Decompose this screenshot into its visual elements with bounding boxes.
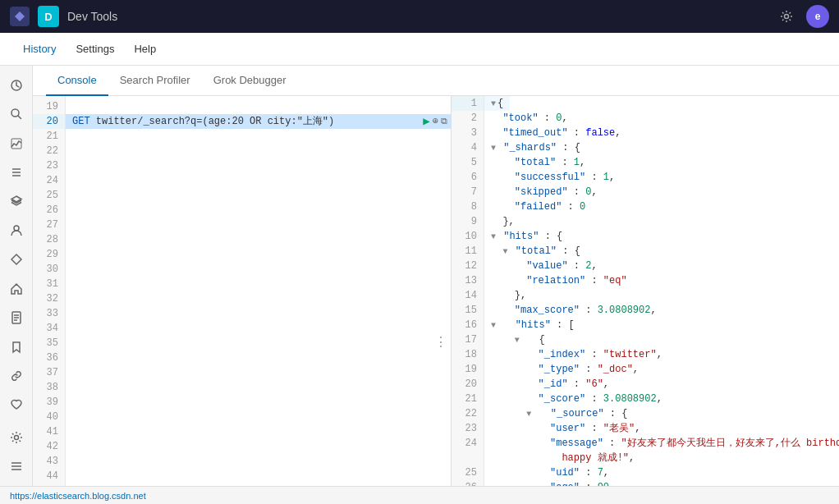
editor-line [66,158,451,173]
output-line: 12 "value" : 2, [452,259,839,273]
editor-line [66,218,451,232]
output-line: 25 "uid" : 7, [452,465,839,480]
sidebar-icon-person[interactable] [3,218,30,243]
editor-line [66,439,451,454]
status-bar: https://elasticsearch.blog.csdn.net [0,486,839,504]
sidebar-icon-search[interactable] [3,101,30,126]
sidebar-icon-more[interactable] [3,453,30,479]
editor-line [66,395,451,410]
sidebar-icon-chart[interactable] [3,131,30,156]
editor-line [66,291,451,306]
editor-line [66,188,451,203]
sidebar-icon-home[interactable] [3,276,30,301]
editor-line [66,454,451,469]
output-line: 8 "failed" : 0 [452,199,839,214]
output-line: 26 "age" : 90, [452,480,839,486]
app-icon: D [38,6,59,27]
editor-line [66,262,451,277]
output-line: 2 "took" : 0, [452,111,839,126]
collapse-arrow-11[interactable]: ▼ [502,247,507,256]
editor-line [66,173,451,188]
sidebar-icon-doc[interactable] [3,305,30,330]
sidebar-icon-link[interactable] [3,363,30,388]
output-line: 3 "timed_out" : false, [452,126,839,140]
output-line: 13 "relation" : "eq" [452,273,839,288]
collapse-arrow-1[interactable]: ▼ [491,99,496,108]
output-line: 5 "total" : 1, [452,155,839,170]
editor-output-panel: 1 ▼{ 2 "took" : 0, 3 "timed_out" : false… [452,96,839,486]
output-line: 18 "_index" : "twitter", [452,347,839,362]
editor-line [66,277,451,291]
editor-content[interactable]: GET twitter/_search?q=(age:20 OR city:"上… [66,96,451,486]
nav-settings[interactable]: Settings [66,33,124,66]
copy-button[interactable]: ⧉ [441,114,447,129]
top-bar: D Dev Tools e [0,0,839,33]
editor-line [66,203,451,218]
sidebar-icon-layers[interactable] [3,189,30,214]
output-line: 14 }, [452,288,839,303]
editor-line [66,410,451,424]
console-area: Console Search Profiler Grok Debugger 19… [33,66,839,486]
collapse-arrow-10[interactable]: ▼ [491,232,496,241]
editor-line-35: ⋮ [66,336,451,351]
svg-point-12 [14,435,18,439]
output-line: 21 "_score" : 3.0808902, [452,392,839,406]
user-avatar[interactable]: e [806,5,829,28]
sidebar-icon-diamond[interactable] [3,247,30,273]
editor-line [66,424,451,439]
editor-line [66,247,451,262]
sidebar-icon-settings[interactable] [3,424,30,450]
collapse-arrow-17[interactable]: ▼ [515,336,520,345]
output-line: 7 "skipped" : 0, [452,185,839,199]
output-line: 9 }, [452,214,839,229]
sidebar-icon-heart[interactable] [3,392,30,418]
output-line: 19 "_type" : "_doc", [452,362,839,377]
editor-line [66,380,451,395]
nav-history[interactable]: History [13,33,66,66]
output-line: 22 ▼ "_source" : { [452,406,839,421]
output-line: 10 ▼ "hits" : { [452,229,839,244]
editor-line [66,483,451,486]
settings-icon[interactable] [775,5,798,28]
output-line: 20 "_id" : "6", [452,377,839,392]
editor-line [66,351,451,365]
app-title: Dev Tools [67,10,117,23]
svg-point-0 [785,15,789,19]
editor-line [66,129,451,144]
tabs: Console Search Profiler Grok Debugger [33,66,839,96]
run-button[interactable]: ▶ [423,114,429,129]
main-content: Console Search Profiler Grok Debugger 19… [0,66,839,486]
output-line: 16 ▼ "hits" : [ [452,318,839,332]
editor-active-line[interactable]: GET twitter/_search?q=(age:20 OR city:"上… [66,114,451,129]
editor-line [66,365,451,380]
tab-grok-debugger[interactable]: Grok Debugger [202,66,298,96]
collapse-arrow-4[interactable]: ▼ [491,144,496,153]
dots-menu-icon[interactable]: ⋮ [434,336,447,351]
editor-line [66,321,451,336]
nav-bar: History Settings Help [0,33,839,66]
output-line: 6 "successful" : 1, [452,170,839,185]
editor-line [66,469,451,483]
sidebar-icon-bookmark[interactable] [3,334,30,360]
svg-rect-3 [11,139,21,149]
output-line: 23 "user" : "老吴", [452,421,839,436]
output-line: 17 ▼ { [452,332,839,347]
output-line: 4 ▼ "_shards" : { [452,140,839,155]
editor-input-panel: 19 20 21 22 23 24 25 26 27 28 29 30 31 3… [33,96,452,486]
editor-line [66,99,451,114]
nav-help[interactable]: Help [124,33,166,66]
expand-button[interactable]: ⊕ [433,114,438,129]
app-logo [10,7,30,26]
tab-console[interactable]: Console [46,66,108,96]
status-url[interactable]: https://elasticsearch.blog.csdn.net [10,491,146,501]
output-line: 1 ▼{ [452,96,839,111]
collapse-arrow-22[interactable]: ▼ [526,410,531,419]
collapse-arrow-16[interactable]: ▼ [491,321,496,330]
tab-search-profiler[interactable]: Search Profiler [108,66,202,96]
sidebar-icon-list[interactable] [3,159,30,185]
output-line: 15 "max_score" : 3.0808902, [452,303,839,318]
editor-line [66,306,451,321]
sidebar-icon-clock[interactable] [3,72,30,98]
output-line: 24 "message" : "好友来了都今天我生日，好友来了,什么 birth… [452,436,839,451]
editor-line [66,232,451,247]
